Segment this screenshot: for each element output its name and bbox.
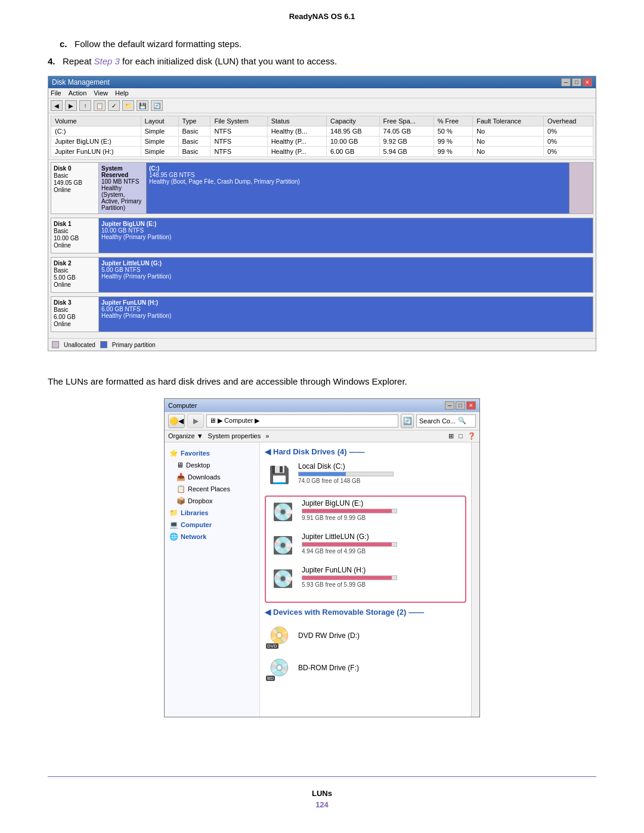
bd-icon: 💿 BD xyxy=(265,655,293,681)
toolbar-btn-5[interactable]: 🔄 xyxy=(151,100,163,111)
search-bar[interactable]: Search Co... 🔍 xyxy=(416,414,476,428)
partition-size: 100 MB NTFS xyxy=(101,178,144,185)
partition-note: Healthy (Primary Partition) xyxy=(101,312,590,319)
drive-icon: 💽 xyxy=(268,499,297,525)
sidebar-label: Computer xyxy=(181,521,212,528)
cell-pct: 99 % xyxy=(434,137,472,147)
forward-button[interactable]: ▶ xyxy=(65,100,77,111)
unallocated-legend-text: Unallocated xyxy=(64,342,95,348)
step-3-link[interactable]: Step 3 xyxy=(94,56,120,66)
sidebar-item-downloads[interactable]: 📥 Downloads xyxy=(165,471,259,483)
drive-item[interactable]: 💽 Jupiter LittleLUN (G:) 4.94 GB free of… xyxy=(268,532,463,559)
drive-item[interactable]: 💾 Local Disk (C:) 74.0 GB free of 148 GB xyxy=(265,462,466,488)
organize-button[interactable]: Organize ▼ xyxy=(168,432,203,439)
partition-note: Healthy (System, Active, Primary Partiti… xyxy=(101,185,144,211)
disk-info: Disk 0 Basic 149.05 GB Online xyxy=(51,163,99,213)
drive-item[interactable]: 💽 Jupiter BigLUN (E:) 9.91 GB free of 9.… xyxy=(268,499,463,525)
drive-details: Jupiter FunLUN (H:) 5.93 GB free of 5.99… xyxy=(302,566,463,588)
partition-note: Healthy (Primary Partition) xyxy=(101,273,590,280)
back-button[interactable]: ◀ xyxy=(51,100,63,111)
sidebar-item-favorites[interactable]: ⭐ Favorites xyxy=(165,447,259,459)
explorer-nav-toolbar: 🟡◀ ▶ 🖥 ▶ Computer ▶ 🔄 Search Co... 🔍 xyxy=(165,412,479,431)
downloads-icon: 📥 xyxy=(177,473,185,481)
cell-overhead: 0% xyxy=(544,126,593,137)
more-button[interactable]: » xyxy=(265,432,269,439)
disk-status: Online xyxy=(54,281,96,288)
disk-status: Online xyxy=(54,321,96,327)
explorer-back[interactable]: 🟡◀ xyxy=(168,414,185,428)
table-row[interactable]: Jupiter BigLUN (E:) Simple Basic NTFS He… xyxy=(51,137,593,147)
toolbar-btn-4[interactable]: 💾 xyxy=(137,100,148,111)
step-4-number: 4. xyxy=(48,56,55,66)
explorer-forward[interactable]: ▶ xyxy=(187,414,204,428)
removable-drive-item[interactable]: 📀 DVDDVD RW Drive (D:) xyxy=(265,623,466,649)
col-capacity: Capacity xyxy=(326,116,379,126)
footer-section-label: LUNs xyxy=(48,789,596,798)
col-volume: Volume xyxy=(51,116,141,126)
sidebar-item-network[interactable]: 🌐 Network xyxy=(165,531,259,543)
system-props-button[interactable]: System properties xyxy=(208,432,261,439)
cell-pct: 50 % xyxy=(434,126,472,137)
toolbar-btn-1[interactable]: 📋 xyxy=(94,100,106,111)
close-button[interactable]: ✕ xyxy=(583,78,592,86)
disk-info: Disk 3 Basic 6.00 GB Online xyxy=(51,297,99,332)
sidebar-item-desktop[interactable]: 🖥 Desktop xyxy=(165,459,259,471)
partition: Jupiter BigLUN (E:) 10.00 GB NTFS Health… xyxy=(99,218,593,253)
removable-drive-name: BD-ROM Drive (F:) xyxy=(298,664,359,672)
col-pct: % Free xyxy=(434,116,472,126)
menu-bar: File Action View Help xyxy=(48,88,596,98)
toolbar-btn-2[interactable]: ✓ xyxy=(108,100,120,111)
explorer-scrollbar[interactable] xyxy=(471,442,479,717)
explorer-minimize[interactable]: ─ xyxy=(445,401,454,410)
recent places-icon: 📋 xyxy=(177,485,185,493)
drive-icon: 💽 xyxy=(268,566,297,592)
drive-details: Jupiter BigLUN (E:) 9.91 GB free of 9.99… xyxy=(302,499,463,521)
window-controls: ─ □ ✕ xyxy=(561,78,592,86)
explorer-title: Computer xyxy=(168,402,197,409)
explorer-window-controls: ─ □ ✕ xyxy=(445,401,476,410)
explorer-restore[interactable]: □ xyxy=(456,401,465,410)
cell-fault: No xyxy=(473,126,544,137)
drive-icon: 💾 xyxy=(265,462,293,488)
minimize-button[interactable]: ─ xyxy=(561,78,571,86)
partition-name: Jupiter LittleLUN (G:) xyxy=(101,260,590,267)
disk-table: Volume Layout Type File System Status Ca… xyxy=(51,116,593,157)
menu-action[interactable]: Action xyxy=(69,89,87,97)
help-button[interactable]: ❓ xyxy=(467,432,476,440)
sidebar-item-libraries[interactable]: 📁 Libraries xyxy=(165,507,259,519)
removable-drive-item[interactable]: 💿 BDBD-ROM Drive (F:) xyxy=(265,655,466,681)
cell-status: Healthy (P... xyxy=(267,147,326,157)
disk-status: Online xyxy=(54,187,96,193)
header-title: ReadyNAS OS 6.1 xyxy=(289,12,355,21)
desktop-icon: 🖥 xyxy=(177,461,184,469)
sidebar-item-dropbox[interactable]: 📦 Dropbox xyxy=(165,495,259,507)
view-toggle-2[interactable]: □ xyxy=(459,432,463,439)
toolbar-btn-3[interactable]: 📁 xyxy=(122,100,134,111)
primary-legend-text: Primary partition xyxy=(112,342,156,348)
restore-button[interactable]: □ xyxy=(572,78,581,86)
cell-volume: (C:) xyxy=(51,126,141,137)
cell-overhead: 0% xyxy=(544,137,593,147)
drive-item[interactable]: 💽 Jupiter FunLUN (H:) 5.93 GB free of 5.… xyxy=(268,566,463,592)
disk-id: Disk 2 xyxy=(54,260,96,267)
drive-free: 9.91 GB free of 9.99 GB xyxy=(302,515,463,521)
explorer-close[interactable]: ✕ xyxy=(466,401,476,410)
unallocated-partition xyxy=(569,163,593,213)
table-row[interactable]: (C:) Simple Basic NTFS Healthy (B... 148… xyxy=(51,126,593,137)
sidebar-item-recent-places[interactable]: 📋 Recent Places xyxy=(165,483,259,495)
sidebar-item-computer[interactable]: 💻 Computer xyxy=(165,519,259,531)
address-bar[interactable]: 🖥 ▶ Computer ▶ xyxy=(206,414,398,428)
refresh-button[interactable]: 🔄 xyxy=(401,414,414,428)
up-button[interactable]: ↑ xyxy=(79,100,91,111)
network-icon: 🌐 xyxy=(169,532,178,541)
partition-name: (C:) xyxy=(149,165,566,172)
disk-mgmt-titlebar: Disk Management ─ □ ✕ xyxy=(48,76,596,88)
sidebar-label: Desktop xyxy=(186,462,210,469)
table-row[interactable]: Jupiter FunLUN (H:) Simple Basic NTFS He… xyxy=(51,147,593,157)
menu-file[interactable]: File xyxy=(51,89,61,97)
unallocated-legend-box xyxy=(52,341,59,348)
disk-partitions: Jupiter BigLUN (E:) 10.00 GB NTFS Health… xyxy=(99,218,593,253)
menu-view[interactable]: View xyxy=(94,89,108,97)
view-toggle[interactable]: ⊞ xyxy=(448,432,454,440)
menu-help[interactable]: Help xyxy=(115,89,129,97)
